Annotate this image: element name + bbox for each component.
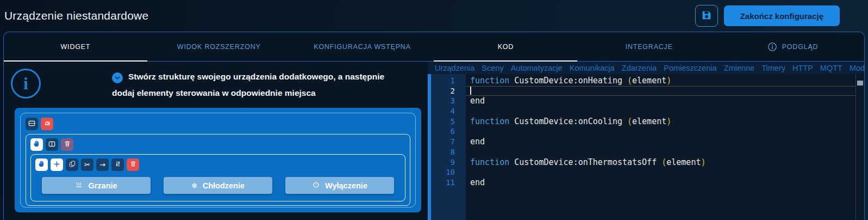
info-text: Stwórz strukturę swojego urządzenia doda… [112,69,408,101]
line-number: 1 [431,76,466,86]
save-button[interactable] [695,5,718,27]
line-number: 6 [431,126,466,137]
edit-rows-button[interactable] [26,118,38,130]
copy-icon [68,160,76,169]
code-tab-zdarzenia[interactable]: Zdarzenia [622,64,657,72]
finish-configuration-button[interactable]: Zakończ konfigurację [724,5,840,26]
clear-widget-button[interactable] [41,118,53,130]
code-line-9: function CustomDevice:onThermostatsOff (… [466,157,855,168]
widget-button-label: Wyłączenie [325,181,367,190]
line-number: 8 [431,147,466,157]
widget-button-wyłączenie[interactable]: Wyłączenie [285,177,394,194]
delete-row-button[interactable] [127,158,139,171]
code-line-7: end [466,137,855,147]
code-token: ( [627,117,632,126]
info-icon: i [11,69,41,99]
tab-label: INTEGRACJE [626,43,673,51]
code-editor-body: 1234567891011 function CustomDevice:onHe… [428,74,864,220]
power-icon [312,181,320,191]
code-line-11: end [466,178,855,188]
tab-integracje[interactable]: INTEGRACJE [577,32,721,61]
code-tab-urzadzenia[interactable]: Urządzenia [435,64,474,72]
arrow-right-icon: → [99,161,105,169]
widget-outer-section: ✂→ Grzanie❄ChłodzenieWyłączenie [20,113,416,207]
code-tab-pomieszczenia[interactable]: Pomieszczenia [664,64,717,72]
add-element-button[interactable] [51,158,63,171]
tab-widget[interactable]: WIDGET [4,32,147,61]
code-tab-modbus[interactable]: Modbus [850,64,864,72]
columns-icon [48,140,56,150]
heat-icon [75,181,83,191]
tab-widok-rozszerzony[interactable]: WIDOK ROZSZERZONY [147,32,291,61]
line-number: 9 [431,157,466,168]
widget-inner-section: ✂→ Grzanie❄ChłodzenieWyłączenie [26,134,410,206]
header: Urządzenie niestandardowe Zakończ konfig… [0,0,868,32]
code-token: ( [661,157,666,167]
text-cursor [470,87,471,95]
trash-icon [129,160,137,169]
code-token: ) [666,76,671,85]
code-tab-komunikacja[interactable]: Komunikacja [570,64,615,72]
bulldozer-icon [43,119,51,129]
code-token: element [666,157,701,167]
code-line-6 [466,126,855,137]
code-editor-tab-bar: UrządzeniaScenyAutomatyzacjeKomunikacjaZ… [428,62,864,74]
chevron-down-icon[interactable] [112,72,123,83]
screen: Urządzenie niestandardowe Zakończ konfig… [0,0,868,220]
code-token: element [632,76,666,85]
tab-label: KONFIGURACJA WSTĘPNA [314,43,411,51]
hand-icon [38,160,46,169]
code-tab-mqtt[interactable]: MQTT [820,64,842,72]
widget-button-chłodzenie[interactable]: ❄Chłodzenie [164,177,272,194]
code-token: end [470,137,485,146]
code-area[interactable]: function CustomDevice:onHeating (element… [466,74,855,220]
widget-toolbar-row: ✂→ [35,158,401,171]
code-editor: UrządzeniaScenyAutomatyzacjeKomunikacjaZ… [428,62,864,220]
delete-section-button[interactable] [61,138,73,151]
widget-button-label: Grzanie [88,181,117,190]
scrollbar-thumb[interactable] [857,81,863,85]
code-tab-sceny[interactable]: Sceny [482,64,503,72]
move-section-button[interactable] [30,138,43,151]
widget-toolbar-section [30,138,405,151]
move-row-button[interactable] [35,158,48,171]
widget-button-label: Chłodzenie [203,181,245,190]
move-right-button[interactable]: → [96,158,109,171]
code-token: CustomDevice:onThermostatsOff [514,157,661,167]
info-text-label: Stwórz strukturę swojego urządzenia doda… [112,72,384,97]
columns-button[interactable] [46,138,58,151]
widget-canvas: ✂→ Grzanie❄ChłodzenieWyłączenie [15,108,421,212]
tab-kod[interactable]: KOD [434,32,577,61]
code-tab-automatyzacje[interactable]: Automatyzacje [511,64,563,72]
code-token: element [632,117,666,126]
code-tab-zmienne[interactable]: Zmienne [724,64,754,72]
sliders-button[interactable] [111,158,124,171]
code-line-1: function CustomDevice:onHeating (element… [466,76,855,86]
page-title: Urządzenie niestandardowe [4,9,148,22]
tab-podglad[interactable]: PODGLĄD [721,32,864,61]
line-number: 7 [431,137,466,147]
code-tab-timery[interactable]: Timery [761,64,785,72]
code-line-5: function CustomDevice:onCooling (element… [466,117,855,127]
widget-row-section: ✂→ Grzanie❄ChłodzenieWyłączenie [30,154,405,201]
code-token: ( [627,76,632,85]
cut-row-button[interactable]: ✂ [81,158,93,171]
tab-label: WIDGET [61,43,91,51]
hand-icon [33,140,41,149]
code-line-4 [466,106,855,117]
copy-row-button[interactable] [66,158,78,171]
widget-button-grzanie[interactable]: Grzanie [42,177,151,194]
line-number: 10 [431,167,466,178]
code-token: function [470,117,514,126]
code-tab-http[interactable]: HTTP [792,64,813,72]
line-number: 2 [431,86,466,96]
code-line-8 [466,147,855,157]
line-number-gutter: 1234567891011 [431,74,466,220]
info-row: i Stwórz strukturę swojego urządzenia do… [4,69,428,101]
snowflake-icon: ❄ [191,181,198,190]
content: i Stwórz strukturę swojego urządzenia do… [4,62,864,220]
code-token: end [470,178,485,187]
code-line-2 [466,86,855,96]
tab-konfiguracja-wstepna[interactable]: KONFIGURACJA WSTĘPNA [291,32,434,61]
code-token: function [470,157,514,167]
